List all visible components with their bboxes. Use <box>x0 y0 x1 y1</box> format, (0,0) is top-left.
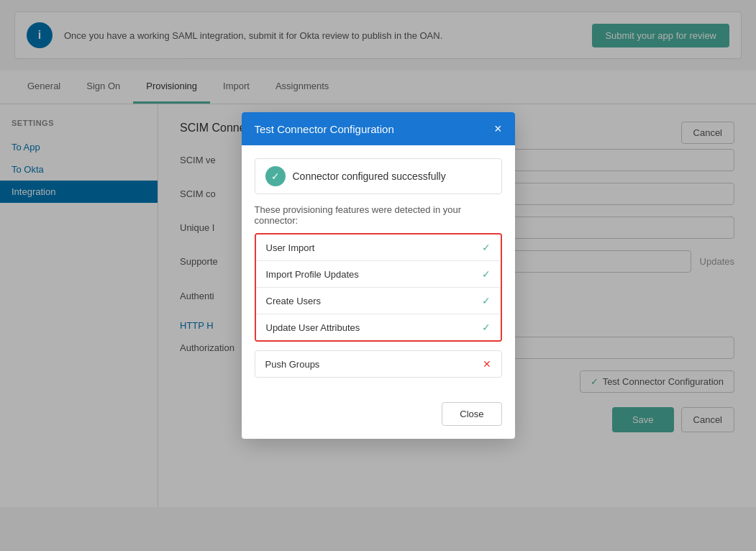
feature-item-user-import: User Import ✓ <box>256 234 501 261</box>
feature-label: Update User Attributes <box>266 322 360 333</box>
feature-item-update-attributes: Update User Attributes ✓ <box>256 314 501 340</box>
modal-footer: Close <box>242 402 515 439</box>
feature-item-import-profile: Import Profile Updates ✓ <box>256 261 501 288</box>
modal: Test Connector Configuration × ✓ Connect… <box>242 112 515 439</box>
feature-label: Create Users <box>266 296 322 306</box>
feature-label: User Import <box>266 242 315 253</box>
push-groups-row: Push Groups ✕ <box>255 350 502 378</box>
push-groups-label: Push Groups <box>265 359 320 370</box>
check-icon-update-attributes: ✓ <box>482 322 491 333</box>
success-icon: ✓ <box>265 166 286 186</box>
modal-close-button[interactable]: × <box>494 122 502 135</box>
features-label: These provisioning features were detecte… <box>255 204 502 226</box>
modal-title: Test Connector Configuration <box>255 123 394 135</box>
modal-header: Test Connector Configuration × <box>242 112 515 145</box>
features-list: User Import ✓ Import Profile Updates ✓ C… <box>255 233 502 342</box>
success-text: Connector configured successfully <box>293 170 446 182</box>
feature-label: Import Profile Updates <box>266 269 359 280</box>
modal-body: ✓ Connector configured successfully Thes… <box>242 145 515 402</box>
x-icon-push-groups: ✕ <box>483 358 491 370</box>
modal-close-btn[interactable]: Close <box>442 402 501 426</box>
success-bar: ✓ Connector configured successfully <box>255 158 502 194</box>
check-icon-create-users: ✓ <box>482 295 491 306</box>
feature-item-create-users: Create Users ✓ <box>256 288 501 314</box>
check-icon-user-import: ✓ <box>482 242 491 253</box>
check-icon-import-profile: ✓ <box>482 268 491 280</box>
modal-overlay: Test Connector Configuration × ✓ Connect… <box>0 0 756 507</box>
